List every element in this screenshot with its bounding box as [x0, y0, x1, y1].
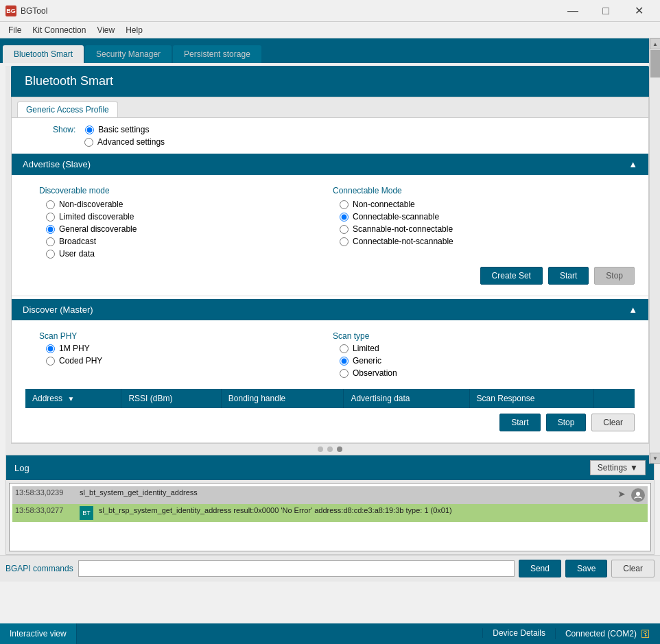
radio-1m-phy[interactable]: 1M PHY [46, 344, 327, 353]
create-set-button[interactable]: Create Set [480, 267, 543, 285]
connected-icon: ⚿ [641, 628, 650, 639]
command-input[interactable] [78, 560, 515, 577]
col-bonding: Bonding handle [221, 389, 344, 408]
radio-limited[interactable]: Limited [340, 344, 621, 353]
log-row-1: 13:58:33,0239 sl_bt_system_get_identity_… [12, 486, 648, 504]
connected-text: Connected (COM2) [565, 629, 637, 639]
radio-broadcast[interactable]: Broadcast [46, 237, 327, 246]
menu-view[interactable]: View [91, 24, 120, 36]
scannable-not-connectable-label: Scannable-not-connectable [353, 224, 453, 234]
advertise-buttons: Create Set Start Stop [25, 261, 635, 287]
device-details-button[interactable]: Device Details [482, 628, 555, 638]
general-discoverable-label: General discoverable [59, 224, 137, 234]
advertise-title: Advertise (Slave) [23, 159, 91, 169]
coded-phy-label: Coded PHY [59, 356, 102, 366]
dot-2 [327, 446, 333, 452]
discover-start-button[interactable]: Start [499, 414, 540, 431]
radio-general-discoverable[interactable]: General discoverable [46, 224, 327, 234]
dot-3 [337, 446, 342, 452]
address-sort-icon[interactable]: ▼ [67, 395, 74, 403]
log-settings-button[interactable]: Settings ▼ [590, 460, 646, 475]
app-title: BGTool [21, 6, 557, 16]
log-icon-2: BT [80, 506, 93, 520]
discoverable-label: Discoverable mode [39, 186, 110, 195]
menu-file[interactable]: File [3, 24, 27, 36]
scrollbar[interactable]: ▲ ▼ [649, 38, 660, 464]
log-time-1: 13:58:33,0239 [15, 488, 77, 497]
col-scan-response: Scan Response [469, 389, 593, 408]
tab-generic-access-profile[interactable]: Generic Access Profile [17, 102, 118, 117]
advertise-content: Discoverable mode Non-discoverable Limit… [12, 175, 648, 296]
command-clear-button[interactable]: Clear [611, 560, 655, 577]
bluetooth-smart-header: Bluetooth Smart [11, 66, 649, 97]
maximize-button[interactable]: □ [590, 0, 622, 22]
log-header: Log Settings ▼ [6, 455, 654, 480]
radio-scannable-not-connectable[interactable]: Scannable-not-connectable [340, 224, 621, 234]
bgapi-label: BGAPI commands [5, 564, 74, 573]
command-bar: BGAPI commands Send Save Clear [0, 555, 660, 582]
menu-bar: File Kit Connection View Help [0, 22, 660, 38]
interactive-view-button[interactable]: Interactive view [0, 623, 77, 644]
minimize-button[interactable]: — [557, 0, 589, 22]
advertise-section: Advertise (Slave) ▲ Discoverable mode [12, 154, 648, 296]
limited-label: Limited [353, 344, 379, 353]
discover-chevron: ▲ [628, 305, 637, 315]
generic-label: Generic [353, 356, 381, 366]
discover-section-header[interactable]: Discover (Master) ▲ [12, 299, 648, 320]
broadcast-label: Broadcast [59, 237, 96, 246]
radio-coded-phy[interactable]: Coded PHY [46, 356, 327, 366]
tab-persistent-storage[interactable]: Persistent storage [173, 45, 261, 63]
discover-buttons: Start Stop Clear [25, 408, 635, 434]
log-text-1: sl_bt_system_get_identity_address [80, 488, 615, 497]
close-button[interactable]: ✕ [623, 0, 655, 22]
radio-connectable-not-scannable[interactable]: Connectable-not-scannable [340, 237, 621, 246]
show-label: Show: [53, 125, 75, 134]
save-button[interactable]: Save [565, 560, 607, 577]
menu-kit-connection[interactable]: Kit Connection [27, 24, 91, 36]
scroll-thumb[interactable] [650, 50, 660, 77]
discover-clear-button[interactable]: Clear [591, 414, 635, 431]
advertise-start-button[interactable]: Start [548, 267, 589, 285]
tab-bluetooth-smart[interactable]: Bluetooth Smart [3, 45, 84, 63]
radio-generic[interactable]: Generic [340, 356, 621, 366]
radio-connectable-scannable[interactable]: Connectable-scannable [340, 212, 621, 222]
log-arrow-1: ➤ [617, 488, 626, 499]
advertise-section-header[interactable]: Advertise (Slave) ▲ [12, 154, 648, 175]
show-basic: Show: Basic settings [53, 125, 607, 134]
app-icon: BG [5, 5, 16, 16]
scroll-up-button[interactable]: ▲ [650, 38, 660, 49]
log-row-2: 13:58:33,0277 BT sl_bt_rsp_system_get_id… [12, 504, 648, 522]
scroll-track[interactable] [650, 49, 660, 453]
log-title: Log [14, 463, 30, 473]
tab-security-manager[interactable]: Security Manager [85, 45, 172, 63]
send-button[interactable]: Send [519, 560, 561, 577]
connectable-not-scannable-label: Connectable-not-scannable [353, 237, 453, 246]
radio-non-discoverable[interactable]: Non-discoverable [46, 200, 327, 209]
connectable-scannable-label: Connectable-scannable [353, 212, 439, 222]
col-advertising: Advertising data [344, 389, 469, 408]
radio-limited-discoverable[interactable]: Limited discoverable [46, 212, 327, 222]
radio-advanced-settings[interactable] [84, 138, 93, 147]
log-user-icon-1 [631, 488, 645, 502]
status-bar: Interactive view Device Details Connecte… [0, 623, 660, 644]
advertise-stop-button[interactable]: Stop [594, 267, 635, 285]
radio-observation[interactable]: Observation [340, 368, 621, 378]
observation-label: Observation [353, 368, 397, 378]
log-content: 13:58:33,0239 sl_bt_system_get_identity_… [9, 483, 651, 551]
radio-non-connectable[interactable]: Non-connectable [340, 200, 621, 209]
show-advanced: Advanced settings [53, 137, 607, 147]
user-data-label: User data [59, 249, 95, 259]
scan-type-group: Scan type Limited Generic [333, 331, 621, 378]
dot-1 [318, 446, 323, 452]
scroll-down-button[interactable]: ▼ [650, 453, 660, 464]
svg-point-0 [636, 492, 640, 496]
menu-help[interactable]: Help [120, 24, 148, 36]
col-rssi: RSSI (dBm) [121, 389, 221, 408]
profile-tab-bar: Generic Access Profile [12, 97, 648, 118]
tab-bar: Bluetooth Smart Security Manager Persist… [0, 38, 660, 63]
discover-stop-button[interactable]: Stop [546, 414, 587, 431]
radio-user-data[interactable]: User data [46, 249, 327, 259]
connectable-mode-group: Connectable Mode Non-connectable Connect… [333, 186, 621, 259]
radio-basic-settings[interactable] [85, 126, 94, 134]
log-time-2: 13:58:33,0277 [15, 506, 77, 514]
